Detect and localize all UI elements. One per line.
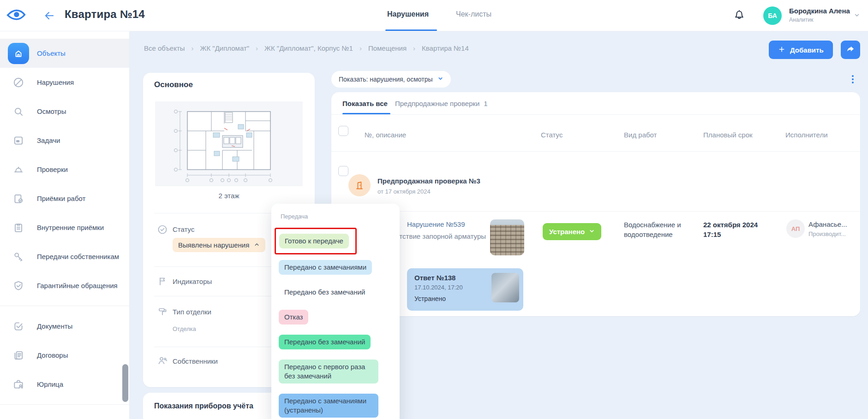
plus-icon xyxy=(778,46,785,54)
menu-option-handed-no-remarks-final[interactable]: Передано без замечаний xyxy=(279,335,371,349)
sidebar-item-violations[interactable]: Нарушения xyxy=(0,68,129,97)
notifications-bell-icon[interactable] xyxy=(733,9,746,24)
menu-option-ready-for-handover[interactable]: Готово к передаче xyxy=(279,234,349,248)
sidebar-item-label: Гарантийные обращения xyxy=(37,282,118,289)
breadcrumb: Все объекты › ЖК "Дипломат" › ЖК "Диплом… xyxy=(144,44,469,52)
owners-section-label: Собственники xyxy=(173,357,218,365)
check-circle-icon xyxy=(157,224,168,237)
sidebar-item-label: Договоры xyxy=(37,351,68,359)
user-menu-chevron-down-icon[interactable] xyxy=(854,12,860,20)
highlight-annotation-box: Готово к передаче xyxy=(275,228,357,254)
sidebar-item-checks[interactable]: Проверки xyxy=(0,155,129,184)
sidebar-item-legal-entities[interactable]: Юрлица xyxy=(0,370,129,399)
sidebar-item-label: Приёмки работ xyxy=(37,195,85,202)
due-date: 22 октября 2024 xyxy=(703,220,758,230)
user-role: Аналитик xyxy=(789,17,813,23)
add-button-label: Добавить xyxy=(790,46,824,54)
sidebar-scrollbar-thumb[interactable] xyxy=(122,364,128,402)
sidebar-item-label: Объекты xyxy=(37,49,66,57)
violation-status-label: Устранено xyxy=(549,228,585,236)
contracts-icon xyxy=(7,344,30,366)
violation-title-link[interactable]: Нарушение №539 xyxy=(407,220,465,228)
meters-card-title: Показания приборов учёта xyxy=(154,402,253,410)
clipboard-check-icon xyxy=(7,188,30,210)
top-header: Квартира №14 Нарушения Чек-листы БА Боро… xyxy=(0,0,868,31)
back-button[interactable] xyxy=(43,10,56,22)
sidebar-item-warranty[interactable]: Гарантийные обращения xyxy=(0,271,129,300)
info-card-title: Основное xyxy=(154,80,193,89)
sidebar-item-contracts[interactable]: Договоры xyxy=(0,341,129,370)
column-header-work-type: Вид работ xyxy=(624,131,657,139)
sidebar-item-label: Задачи xyxy=(37,136,60,144)
breadcrumb-item[interactable]: ЖК "Дипломат", Корпус №1 xyxy=(264,44,353,52)
sidebar-item-inspections[interactable]: Осмотры xyxy=(0,97,129,126)
divider xyxy=(331,114,860,115)
sidebar-divider xyxy=(0,404,129,405)
sidebar-item-label: Передачи собственникам xyxy=(37,253,119,260)
sidebar-item-objects[interactable]: Объекты xyxy=(0,39,129,68)
app-logo-eye-icon[interactable] xyxy=(6,8,26,24)
violations-panel: Показать все Предпродажные проверки 1 №,… xyxy=(331,92,860,316)
menu-option-handed-first-time-no-remarks[interactable]: Передано с первого раза без замечаний xyxy=(279,360,378,384)
tab-presale-checks[interactable]: Предпродажные проверки 1 xyxy=(395,100,488,107)
share-button[interactable] xyxy=(841,41,860,59)
sidebar-item-label: Юрлица xyxy=(37,380,63,388)
assignee-name: Афанасье... xyxy=(808,220,847,228)
sidebar-item-work-acceptance[interactable]: Приёмки работ xyxy=(0,184,129,213)
sidebar-divider xyxy=(0,306,129,306)
sidebar-item-documents[interactable]: Документы xyxy=(0,312,129,341)
sidebar-item-owner-handover[interactable]: Передачи собственникам xyxy=(0,242,129,271)
menu-option-handed-no-remarks[interactable]: Передано без замечаний xyxy=(279,285,371,300)
hard-hat-icon xyxy=(7,159,30,181)
select-all-checkbox[interactable] xyxy=(338,126,348,136)
key-icon xyxy=(7,246,30,268)
group-row-title[interactable]: Предпродажная проверка №3 xyxy=(377,177,480,185)
menu-option-handed-with-remarks[interactable]: Передано с замечаниями xyxy=(279,260,372,275)
assignee-role: Производит... xyxy=(808,230,846,237)
breadcrumb-item[interactable]: ЖК "Дипломат" xyxy=(200,44,250,52)
page-title: Квартира №14 xyxy=(65,8,145,21)
breadcrumb-item[interactable]: Все объекты xyxy=(144,44,185,52)
sidebar-item-label: Документы xyxy=(37,322,72,330)
breadcrumb-item[interactable]: Помещения xyxy=(368,44,407,52)
violation-photo-thumbnail[interactable] xyxy=(490,219,524,255)
tab-show-all[interactable]: Показать все xyxy=(342,100,388,107)
violation-work-type: Водоснабжение и водоотведение xyxy=(624,220,699,239)
share-icon xyxy=(846,44,855,55)
show-filter-dropdown[interactable]: Показать: нарушения, осмотры xyxy=(331,71,451,88)
chevron-down-icon xyxy=(437,76,443,83)
sidebar-item-internal-acceptance[interactable]: Внутренние приёмки xyxy=(0,213,129,242)
door-icon xyxy=(348,174,371,196)
app-window: Квартира №14 Нарушения Чек-листы БА Боро… xyxy=(0,0,868,419)
no-entry-icon xyxy=(7,71,30,94)
finish-type-value: Отделка xyxy=(173,325,196,332)
clipboard-list-icon xyxy=(7,217,30,239)
menu-option-handed-remarks-resolved[interactable]: Передано с замечаниями (устранены) xyxy=(279,394,378,418)
sidebar-item-tasks[interactable]: Задачи xyxy=(0,126,129,155)
reply-photo-thumbnail[interactable] xyxy=(491,273,519,302)
sidebar-item-label: Внутренние приёмки xyxy=(37,224,104,231)
sidebar-item-label: Проверки xyxy=(37,165,68,173)
tab-checklists[interactable]: Чек-листы xyxy=(456,10,491,18)
floor-caption: 2 этаж xyxy=(143,192,315,200)
user-name: Бородкина Алена xyxy=(789,7,850,15)
floor-plan-image[interactable] xyxy=(155,101,303,186)
object-status-badge[interactable]: Выявлены нарушения xyxy=(173,238,265,252)
active-tab-indicator xyxy=(385,30,437,31)
add-button[interactable]: Добавить xyxy=(769,41,833,59)
home-icon xyxy=(8,43,29,64)
user-avatar[interactable]: БА xyxy=(763,6,782,25)
violation-status-button[interactable]: Устранено xyxy=(543,223,601,240)
reply-date: 17.10.2024, 17:20 xyxy=(414,284,463,291)
menu-option-refusal[interactable]: Отказ xyxy=(279,310,308,325)
group-row-date: от 17 октября 2024 xyxy=(377,188,431,195)
finish-type-label: Тип отделки xyxy=(173,308,211,316)
reply-card[interactable]: Ответ №138 17.10.2024, 17:20 Устранено xyxy=(407,268,523,311)
divider xyxy=(331,151,860,152)
status-section-label: Статус xyxy=(173,225,194,233)
tab-count-badge: 1 xyxy=(484,100,487,107)
more-menu-button[interactable] xyxy=(848,73,857,86)
row-checkbox[interactable] xyxy=(338,166,348,176)
assignee-avatar[interactable]: АП xyxy=(786,219,805,238)
tab-violations[interactable]: Нарушения xyxy=(387,10,429,18)
